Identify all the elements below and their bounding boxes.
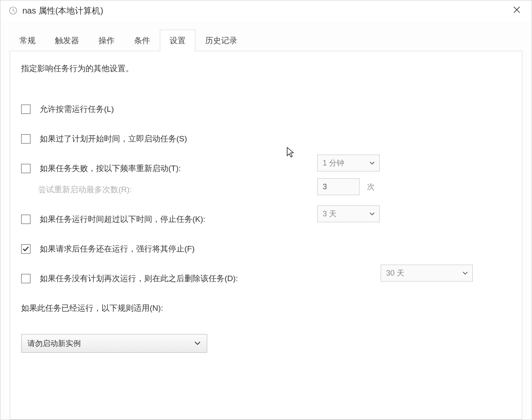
close-button[interactable] [507, 4, 527, 17]
row-stop-if-long: 如果任务运行时间超过以下时间，停止任务(K): 3 天 [21, 214, 511, 225]
combo-value: 30 天 [386, 268, 404, 278]
label-run-asap: 如果过了计划开始时间，立即启动任务(S) [40, 133, 187, 144]
tab-conditions[interactable]: 条件 [124, 30, 160, 51]
tab-content-settings: 指定影响任务行为的其他设置。 允许按需运行任务(L) 如果过了计划开始时间，立即… [10, 51, 522, 420]
tab-label: 常规 [19, 36, 36, 45]
row-allow-on-demand: 允许按需运行任务(L) [21, 104, 511, 115]
close-icon [513, 6, 521, 16]
combo-value: 3 天 [323, 209, 337, 219]
window-title: nas 属性(本地计算机) [22, 5, 507, 17]
tab-label: 历史记录 [205, 36, 237, 45]
label-already-running: 如果此任务已经运行，以下规则适用(N): [21, 303, 511, 314]
combo-delete-after[interactable]: 30 天 [381, 265, 473, 282]
combo-stop-duration[interactable]: 3 天 [317, 205, 380, 222]
checkbox-force-stop[interactable] [21, 244, 30, 254]
suffix-times: 次 [367, 182, 375, 192]
row-delete-if-not-scheduled: 如果任务没有计划再次运行，则在此之后删除该任务(D): 30 天 [21, 273, 511, 284]
tab-area: 常规 触发器 操作 条件 设置 历史记录 指定影响任务行为的其他设置。 允许按需… [0, 22, 532, 420]
label-allow-on-demand: 允许按需运行任务(L) [40, 104, 114, 115]
tab-general[interactable]: 常规 [10, 30, 45, 51]
label-restart-on-fail: 如果任务失败，按以下频率重新启动(T): [40, 163, 181, 174]
clock-icon [9, 6, 17, 15]
settings-description: 指定影响任务行为的其他设置。 [21, 63, 511, 74]
combo-value: 1 分钟 [323, 158, 344, 168]
input-value: 3 [323, 182, 327, 191]
properties-dialog: nas 属性(本地计算机) 常规 触发器 操作 条件 设置 历史记录 指定影响任… [0, 0, 532, 420]
label-restart-attempts: 尝试重新启动最多次数(R): [38, 184, 132, 195]
checkbox-stop-if-long[interactable] [21, 215, 30, 224]
chevron-down-icon [194, 339, 201, 348]
tab-label: 设置 [170, 36, 186, 45]
chevron-down-icon [369, 210, 375, 218]
tab-row: 常规 触发器 操作 条件 设置 历史记录 [10, 29, 522, 51]
row-restart-attempts: 尝试重新启动最多次数(R): 3 次 [38, 184, 511, 195]
checkbox-allow-on-demand[interactable] [21, 105, 30, 114]
row-force-stop: 如果请求后任务还在运行，强行将其停止(F) [21, 243, 511, 254]
label-stop-if-long: 如果任务运行时间超过以下时间，停止任务(K): [40, 214, 206, 225]
label-force-stop: 如果请求后任务还在运行，强行将其停止(F) [40, 243, 195, 254]
tab-triggers[interactable]: 触发器 [45, 30, 89, 51]
combo-running-rule[interactable]: 请勿启动新实例 [21, 334, 207, 353]
cursor-icon [286, 146, 296, 160]
tab-label: 触发器 [55, 36, 79, 45]
combo-restart-interval[interactable]: 1 分钟 [317, 155, 380, 171]
tab-history[interactable]: 历史记录 [195, 30, 247, 51]
chevron-down-icon [462, 269, 468, 278]
tab-settings[interactable]: 设置 [160, 30, 195, 51]
titlebar: nas 属性(本地计算机) [0, 0, 532, 22]
row-run-asap: 如果过了计划开始时间，立即启动任务(S) [21, 133, 511, 144]
checkbox-delete-task[interactable] [21, 274, 30, 283]
tab-label: 操作 [99, 36, 115, 45]
tab-actions[interactable]: 操作 [89, 30, 124, 51]
chevron-down-icon [369, 159, 375, 168]
checkbox-restart-on-fail[interactable] [21, 164, 30, 173]
tab-label: 条件 [134, 36, 150, 45]
row-restart-on-fail: 如果任务失败，按以下频率重新启动(T): 1 分钟 [21, 163, 511, 174]
combo-value: 请勿启动新实例 [27, 338, 81, 348]
checkbox-run-asap[interactable] [21, 134, 30, 144]
label-delete-task: 如果任务没有计划再次运行，则在此之后删除该任务(D): [40, 273, 238, 284]
input-restart-attempts[interactable]: 3 [317, 178, 359, 195]
